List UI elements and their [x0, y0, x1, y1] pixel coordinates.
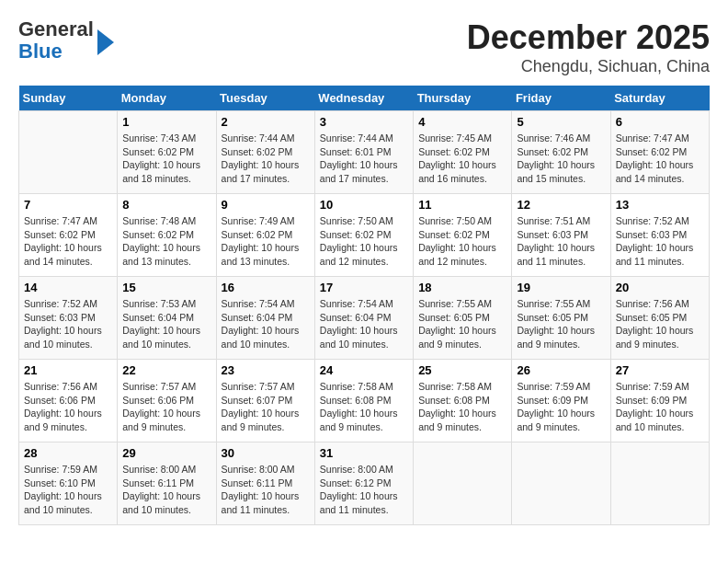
day-info: Sunrise: 7:56 AMSunset: 6:06 PMDaylight:… — [24, 380, 112, 434]
weekday-header: Monday — [118, 86, 216, 111]
calendar-cell: 4Sunrise: 7:45 AMSunset: 6:02 PMDaylight… — [414, 111, 512, 194]
calendar-cell: 7Sunrise: 7:47 AMSunset: 6:02 PMDaylight… — [19, 194, 118, 277]
day-info: Sunrise: 7:54 AMSunset: 6:04 PMDaylight:… — [222, 297, 310, 351]
day-info: Sunrise: 7:49 AMSunset: 6:02 PMDaylight:… — [222, 214, 310, 269]
calendar-cell: 26Sunrise: 7:59 AMSunset: 6:09 PMDayligh… — [512, 360, 610, 442]
day-number: 13 — [616, 198, 704, 212]
day-info: Sunrise: 7:43 AMSunset: 6:02 PMDaylight:… — [122, 132, 210, 186]
calendar-cell: 18Sunrise: 7:55 AMSunset: 6:05 PMDayligh… — [414, 277, 512, 360]
day-number: 19 — [517, 281, 605, 294]
calendar-cell: 27Sunrise: 7:59 AMSunset: 6:09 PMDayligh… — [610, 360, 709, 442]
calendar-cell: 13Sunrise: 7:52 AMSunset: 6:03 PMDayligh… — [610, 194, 709, 277]
day-info: Sunrise: 7:59 AMSunset: 6:09 PMDaylight:… — [517, 380, 605, 434]
calendar-week-row: 14Sunrise: 7:52 AMSunset: 6:03 PMDayligh… — [19, 277, 710, 360]
day-info: Sunrise: 7:45 AMSunset: 6:02 PMDaylight:… — [418, 132, 506, 186]
calendar-week-row: 21Sunrise: 7:56 AMSunset: 6:06 PMDayligh… — [19, 360, 710, 442]
day-number: 21 — [24, 363, 112, 377]
day-info: Sunrise: 7:55 AMSunset: 6:05 PMDaylight:… — [418, 297, 506, 351]
day-info: Sunrise: 7:58 AMSunset: 6:08 PMDaylight:… — [418, 380, 506, 434]
day-number: 3 — [320, 115, 408, 129]
day-number: 5 — [517, 115, 605, 129]
day-number: 23 — [222, 363, 310, 377]
calendar-cell: 30Sunrise: 8:00 AMSunset: 6:11 PMDayligh… — [216, 442, 314, 525]
day-number: 20 — [616, 281, 704, 294]
day-info: Sunrise: 7:50 AMSunset: 6:02 PMDaylight:… — [320, 214, 408, 269]
calendar-title: December 2025 — [467, 18, 710, 57]
calendar-cell: 31Sunrise: 8:00 AMSunset: 6:12 PMDayligh… — [314, 442, 413, 525]
day-info: Sunrise: 8:00 AMSunset: 6:12 PMDaylight:… — [320, 463, 408, 517]
day-number: 10 — [320, 198, 408, 212]
weekday-header: Friday — [512, 86, 610, 111]
day-info: Sunrise: 7:54 AMSunset: 6:04 PMDaylight:… — [320, 297, 408, 351]
calendar-cell: 14Sunrise: 7:52 AMSunset: 6:03 PMDayligh… — [19, 277, 118, 360]
day-number: 9 — [222, 198, 310, 212]
calendar-cell — [610, 442, 709, 525]
calendar-cell: 3Sunrise: 7:44 AMSunset: 6:01 PMDaylight… — [314, 111, 413, 194]
day-number: 16 — [222, 281, 310, 294]
calendar-week-row: 7Sunrise: 7:47 AMSunset: 6:02 PMDaylight… — [19, 194, 710, 277]
day-info: Sunrise: 7:47 AMSunset: 6:02 PMDaylight:… — [24, 214, 112, 269]
calendar-week-row: 1Sunrise: 7:43 AMSunset: 6:02 PMDaylight… — [19, 111, 710, 194]
day-number: 18 — [418, 281, 506, 294]
day-info: Sunrise: 7:46 AMSunset: 6:02 PMDaylight:… — [517, 132, 605, 186]
calendar-cell — [19, 111, 118, 194]
page-header: General Blue December 2025 Chengdu, Sich… — [18, 18, 710, 76]
logo-text: General Blue — [18, 18, 94, 63]
day-number: 26 — [517, 363, 605, 377]
day-info: Sunrise: 7:56 AMSunset: 6:05 PMDaylight:… — [616, 297, 704, 351]
logo: General Blue — [18, 18, 114, 63]
calendar-cell: 11Sunrise: 7:50 AMSunset: 6:02 PMDayligh… — [414, 194, 512, 277]
day-info: Sunrise: 7:50 AMSunset: 6:02 PMDaylight:… — [418, 214, 506, 269]
day-number: 30 — [222, 446, 310, 460]
calendar-cell: 25Sunrise: 7:58 AMSunset: 6:08 PMDayligh… — [414, 360, 512, 442]
day-info: Sunrise: 8:00 AMSunset: 6:11 PMDaylight:… — [122, 463, 210, 517]
day-number: 31 — [320, 446, 408, 460]
day-info: Sunrise: 7:57 AMSunset: 6:06 PMDaylight:… — [122, 380, 210, 434]
day-info: Sunrise: 7:53 AMSunset: 6:04 PMDaylight:… — [122, 297, 210, 351]
calendar-cell — [414, 442, 512, 525]
calendar-cell: 16Sunrise: 7:54 AMSunset: 6:04 PMDayligh… — [216, 277, 314, 360]
day-info: Sunrise: 7:44 AMSunset: 6:01 PMDaylight:… — [320, 132, 408, 186]
calendar-cell: 21Sunrise: 7:56 AMSunset: 6:06 PMDayligh… — [19, 360, 118, 442]
calendar-cell: 29Sunrise: 8:00 AMSunset: 6:11 PMDayligh… — [118, 442, 216, 525]
day-number: 8 — [122, 198, 210, 212]
day-number: 11 — [418, 198, 506, 212]
calendar-cell — [512, 442, 610, 525]
day-info: Sunrise: 7:59 AMSunset: 6:09 PMDaylight:… — [616, 380, 704, 434]
day-info: Sunrise: 7:51 AMSunset: 6:03 PMDaylight:… — [517, 214, 605, 269]
weekday-header: Saturday — [610, 86, 709, 111]
calendar-cell: 22Sunrise: 7:57 AMSunset: 6:06 PMDayligh… — [118, 360, 216, 442]
weekday-header: Thursday — [414, 86, 512, 111]
calendar-subtitle: Chengdu, Sichuan, China — [467, 57, 710, 76]
day-number: 2 — [222, 115, 310, 129]
weekday-header: Sunday — [19, 86, 118, 111]
weekday-header: Tuesday — [216, 86, 314, 111]
calendar-cell: 28Sunrise: 7:59 AMSunset: 6:10 PMDayligh… — [19, 442, 118, 525]
calendar-cell: 23Sunrise: 7:57 AMSunset: 6:07 PMDayligh… — [216, 360, 314, 442]
calendar-cell: 5Sunrise: 7:46 AMSunset: 6:02 PMDaylight… — [512, 111, 610, 194]
day-info: Sunrise: 7:52 AMSunset: 6:03 PMDaylight:… — [24, 297, 112, 351]
day-number: 27 — [616, 363, 704, 377]
calendar-table: SundayMondayTuesdayWednesdayThursdayFrid… — [18, 86, 710, 525]
day-info: Sunrise: 7:44 AMSunset: 6:02 PMDaylight:… — [222, 132, 310, 186]
day-number: 14 — [24, 281, 112, 294]
day-info: Sunrise: 7:47 AMSunset: 6:02 PMDaylight:… — [616, 132, 704, 186]
calendar-cell: 9Sunrise: 7:49 AMSunset: 6:02 PMDaylight… — [216, 194, 314, 277]
day-info: Sunrise: 8:00 AMSunset: 6:11 PMDaylight:… — [222, 463, 310, 517]
day-info: Sunrise: 7:59 AMSunset: 6:10 PMDaylight:… — [24, 463, 112, 517]
calendar-cell: 20Sunrise: 7:56 AMSunset: 6:05 PMDayligh… — [610, 277, 709, 360]
day-number: 4 — [418, 115, 506, 129]
day-info: Sunrise: 7:48 AMSunset: 6:02 PMDaylight:… — [122, 214, 210, 269]
day-number: 6 — [616, 115, 704, 129]
logo-arrow-icon — [97, 29, 114, 55]
day-info: Sunrise: 7:58 AMSunset: 6:08 PMDaylight:… — [320, 380, 408, 434]
day-number: 25 — [418, 363, 506, 377]
calendar-cell: 6Sunrise: 7:47 AMSunset: 6:02 PMDaylight… — [610, 111, 709, 194]
calendar-cell: 15Sunrise: 7:53 AMSunset: 6:04 PMDayligh… — [118, 277, 216, 360]
calendar-cell: 24Sunrise: 7:58 AMSunset: 6:08 PMDayligh… — [314, 360, 413, 442]
title-block: December 2025 Chengdu, Sichuan, China — [467, 18, 710, 76]
day-number: 17 — [320, 281, 408, 294]
day-info: Sunrise: 7:55 AMSunset: 6:05 PMDaylight:… — [517, 297, 605, 351]
calendar-cell: 19Sunrise: 7:55 AMSunset: 6:05 PMDayligh… — [512, 277, 610, 360]
calendar-cell: 12Sunrise: 7:51 AMSunset: 6:03 PMDayligh… — [512, 194, 610, 277]
